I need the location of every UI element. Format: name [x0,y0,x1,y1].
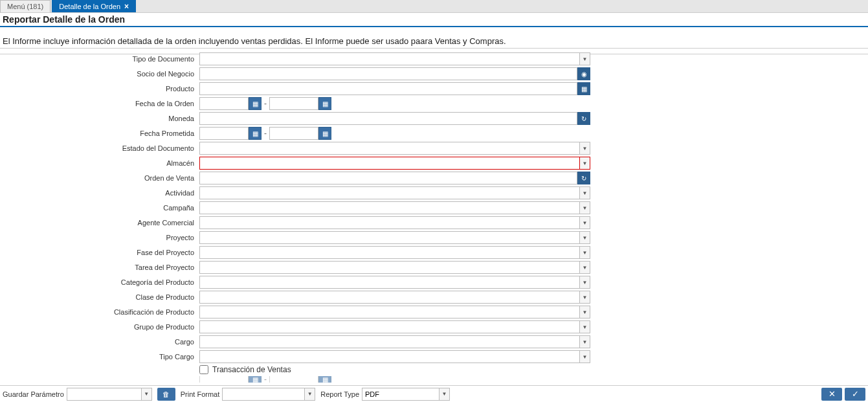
dropdown-icon[interactable]: ▼ [580,186,590,199]
dropdown-icon[interactable]: ▼ [580,157,590,170]
label-clase-producto: Clase de Producto [6,293,199,301]
row-clase-producto: Clase de Producto ▼ [6,291,862,304]
label-producto: Producto [6,85,199,93]
label-fase-proyecto: Fase del Proyecto [6,249,199,256]
calendar-icon[interactable]: ▦ [249,376,262,383]
grid-icon[interactable]: ▦ [577,82,590,95]
transaccion-ventas-checkbox[interactable] [199,365,208,374]
label-guardar-parametro: Guardar Parámetro [3,390,64,398]
cancel-button[interactable]: ✕ [821,388,842,401]
calendar-icon[interactable]: ▦ [318,127,331,140]
dropdown-icon[interactable]: ▼ [305,388,315,401]
fase-proyecto-input[interactable] [199,246,580,259]
tab-label: Menú (181) [7,3,43,10]
print-format-input[interactable] [222,388,305,401]
dropdown-icon[interactable]: ▼ [580,261,590,274]
refresh-icon[interactable]: ↻ [577,112,590,125]
label-categoria-producto: Categoría del Producto [6,278,199,286]
label-fecha-orden: Fecha de la Orden [6,100,199,107]
row-tarea-proyecto: Tarea del Proyecto ▼ [6,261,862,274]
label-tarea-proyecto: Tarea del Proyecto [6,263,199,271]
tarea-proyecto-input[interactable] [199,261,580,274]
label-transaccion-ventas: Transacción de Ventas [212,365,291,374]
dropdown-icon[interactable]: ▼ [580,142,590,155]
report-type-input[interactable] [362,388,440,401]
calendar-icon[interactable]: ▦ [318,97,331,110]
calendar-icon[interactable]: ▦ [318,376,331,383]
label-tipo-documento: Tipo de Documento [6,55,199,63]
estado-documento-input[interactable] [199,142,580,155]
orden-venta-input[interactable] [199,172,577,184]
ok-icon: ✓ [852,389,859,399]
row-grupo-producto: Grupo de Producto ▼ [6,320,862,333]
fecha-orden-to-input[interactable] [269,97,318,110]
row-clasificacion-producto: Clasificación de Producto ▼ [6,306,862,318]
row-campana: Campaña ▼ [6,201,862,214]
clasificacion-producto-input[interactable] [199,306,580,318]
row-proyecto: Proyecto ▼ [6,231,862,244]
cancel-icon: ✕ [829,389,836,399]
categoria-producto-input[interactable] [199,276,580,289]
dropdown-icon[interactable]: ▼ [580,335,590,348]
row-fecha-orden: Fecha de la Orden ▦ - ▦ [6,97,862,110]
actividad-input[interactable] [199,186,580,199]
proyecto-input[interactable] [199,231,580,244]
label-moneda: Moneda [6,115,199,122]
dropdown-icon[interactable]: ▼ [142,388,152,401]
clase-producto-input[interactable] [199,291,580,304]
almacen-input[interactable] [199,157,580,170]
label-campana: Campaña [6,204,199,212]
fecha-prometida-from-input[interactable] [199,127,249,140]
agente-comercial-input[interactable] [199,216,580,229]
calendar-icon[interactable]: ▦ [249,97,262,110]
refresh-icon[interactable]: ↻ [577,172,590,184]
dropdown-icon[interactable]: ▼ [580,201,590,214]
dropdown-icon[interactable]: ▼ [580,231,590,244]
cargo-input[interactable] [199,335,580,348]
fecha-prometida-to-input[interactable] [269,127,318,140]
row-almacen: Almacén ▼ [6,157,862,170]
tipo-cargo-input[interactable] [199,350,580,363]
campana-input[interactable] [199,201,580,214]
tab-bar: Menú (181) Detalle de la Orden × [0,0,868,13]
partial-from-input[interactable] [199,376,249,383]
delete-button[interactable]: 🗑 [157,388,175,401]
bottom-bar: Guardar Parámetro ▼ 🗑 Print Format ▼ Rep… [0,385,868,402]
grupo-producto-input[interactable] [199,320,580,333]
ok-button[interactable]: ✓ [845,388,865,401]
dropdown-icon[interactable]: ▼ [580,306,590,318]
tab-detalle-orden[interactable]: Detalle de la Orden × [52,0,136,12]
range-separator: - [264,129,267,138]
guardar-parametro-input[interactable] [67,388,142,401]
socio-negocio-input[interactable] [199,67,577,80]
dropdown-icon[interactable]: ▼ [580,52,590,65]
tab-menu[interactable]: Menú (181) [0,0,50,12]
dropdown-icon[interactable]: ▼ [440,388,450,401]
row-partial: ▦ - ▦ [6,376,862,383]
dropdown-icon[interactable]: ▼ [580,291,590,304]
fecha-orden-from-input[interactable] [199,97,249,110]
tab-label: Detalle de la Orden [59,3,120,10]
row-actividad: Actividad ▼ [6,186,862,199]
label-fecha-prometida: Fecha Prometida [6,129,199,137]
row-moneda: Moneda ↻ [6,112,862,125]
dropdown-icon[interactable]: ▼ [580,216,590,229]
dropdown-icon[interactable]: ▼ [580,246,590,259]
tipo-documento-input[interactable] [199,52,580,65]
dropdown-icon[interactable]: ▼ [580,276,590,289]
label-orden-venta: Orden de Venta [6,174,199,182]
calendar-icon[interactable]: ▦ [249,127,262,140]
search-icon[interactable]: ◉ [577,67,590,80]
partial-to-input[interactable] [269,376,318,383]
row-fecha-prometida: Fecha Prometida ▦ - ▦ [6,127,862,140]
label-tipo-cargo: Tipo Cargo [6,353,199,361]
form-scroll[interactable]: Tipo de Documento ▼ Socio del Negocio ◉ … [0,48,868,385]
producto-input[interactable] [199,82,577,95]
dropdown-icon[interactable]: ▼ [580,350,590,363]
page-title: Reportar Detalle de la Orden [0,13,868,27]
row-orden-venta: Orden de Venta ↻ [6,172,862,184]
moneda-input[interactable] [199,112,577,125]
label-grupo-producto: Grupo de Producto [6,323,199,331]
close-icon[interactable]: × [124,2,129,11]
dropdown-icon[interactable]: ▼ [580,320,590,333]
